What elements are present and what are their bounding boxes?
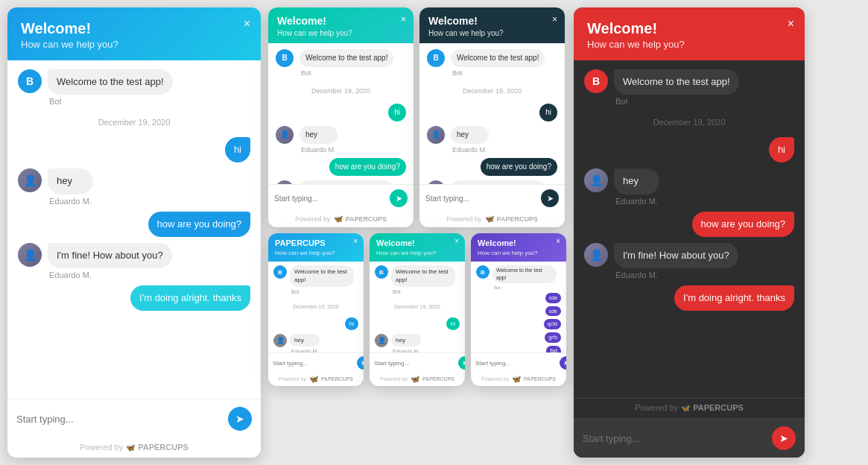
- chat-widget-dark-teal-medium: Welcome! How can we help you? × B Welcom…: [419, 7, 565, 227]
- edu-message-content-2: I'm fine! How about you? Eduardo M.: [48, 243, 172, 279]
- edu-message-content: hey Eduardo M.: [48, 168, 93, 205]
- chat-widget-blue-small: PAPERCUPS How can we help you? × B Welco…: [268, 233, 364, 386]
- chat-widget-green-small: Welcome! How can we help you? × B Welcom…: [370, 233, 465, 386]
- bot-bubble: Welcome to the test app!: [48, 69, 173, 95]
- chat-header: Welcome! How can we help you? ×: [7, 7, 261, 60]
- chat-widget-blue-large: Welcome! How can we help you? × B Welcom…: [7, 7, 261, 458]
- chat-header-dark: Welcome! How can we help you? ×: [574, 7, 805, 60]
- header-subtitle-dark: How can we help you?: [587, 39, 791, 50]
- edu-hey-teal: hey: [300, 126, 338, 144]
- input-area: ➤: [7, 399, 261, 438]
- chat-input-dark-teal[interactable]: [425, 194, 535, 203]
- header-title-teal: Welcome!: [277, 15, 405, 28]
- bot-bubble-teal: Welcome to the test app!: [300, 49, 393, 67]
- input-dark-teal: ➤: [419, 184, 565, 212]
- messages-area: B Welcome to the test app! Bot December …: [7, 60, 261, 399]
- chat-input[interactable]: [16, 414, 222, 425]
- input-area-dark: ➤: [574, 418, 805, 458]
- eduardo-avatar: 👤: [18, 168, 42, 192]
- user-message-content: hi: [225, 137, 250, 162]
- header-subtitle-teal: How can we help you?: [277, 29, 405, 37]
- edu-sender-name-2: Eduardo M.: [48, 271, 172, 279]
- edu-bubble-hey: hey: [48, 168, 93, 194]
- message-row-bot: B Welcome to the test app! Bot: [18, 69, 250, 106]
- header-title: Welcome!: [21, 19, 247, 37]
- powered-by-dark: Powered by PAPERCUPS: [574, 398, 805, 418]
- messages-area-dark-teal: B Welcome to the test app! Bot December …: [419, 43, 565, 184]
- message-row-user-hi: hi: [18, 137, 250, 162]
- bot-bubble-dark: Welcome to the test app!: [614, 69, 739, 95]
- message-row-user-how: how are you doing?: [18, 212, 250, 237]
- papercups-logo: [126, 443, 135, 452]
- send-button[interactable]: ➤: [228, 407, 252, 431]
- chat-input-dark[interactable]: [583, 433, 766, 444]
- send-btn-teal[interactable]: ➤: [390, 189, 408, 207]
- powered-by: Powered by PAPERCUPS: [7, 438, 261, 458]
- edu-avatar-teal: 👤: [276, 126, 294, 144]
- header-subtitle: How can we help you?: [21, 39, 247, 50]
- message-row-user-doing: I'm doing alright. thanks: [18, 285, 250, 311]
- date-teal: December 19, 2020: [276, 87, 406, 95]
- bot-row-teal: B Welcome to the test app! Bot: [276, 49, 406, 77]
- messages-area-teal: B Welcome to the test app! Bot December …: [268, 43, 414, 184]
- bot-name-teal: Bot: [300, 69, 393, 77]
- chat-header-teal: Welcome! How can we help you? ×: [268, 7, 414, 43]
- chat-widget-multi-small: Welcome! How can we help you? × B Welcom…: [471, 233, 566, 386]
- date-divider: December 19, 2020: [18, 118, 250, 127]
- user-how-teal: how are you doing?: [329, 158, 406, 176]
- middle-bottom-row: PAPERCUPS How can we help you? × B Welco…: [268, 233, 566, 386]
- bot-sender-name: Bot: [48, 97, 173, 106]
- close-button[interactable]: ×: [244, 18, 250, 30]
- user-bubble-how: how are you doing?: [148, 212, 250, 237]
- chat-widget-dark: Welcome! How can we help you? × B Welcom…: [574, 7, 805, 458]
- message-row-edu-fine: 👤 I'm fine! How about you? Eduardo M.: [18, 243, 250, 279]
- edu-bubble-fine: I'm fine! How about you?: [48, 243, 172, 268]
- bot-message-content: Welcome to the test app! Bot: [48, 69, 173, 106]
- middle-section: Welcome! How can we help you? × B Welcom…: [268, 7, 566, 458]
- messages-area-dark: B Welcome to the test app! Bot December …: [574, 60, 805, 398]
- input-area-teal: ➤: [268, 184, 414, 212]
- header-title-dark-teal: Welcome!: [428, 15, 556, 28]
- user-bubble-hi: hi: [225, 137, 250, 162]
- user-message-content-2: how are you doing?: [148, 212, 250, 237]
- bot-row-dark: B Welcome to the test app! Bot: [584, 69, 794, 106]
- bot-avatar-dark: B: [584, 69, 608, 93]
- user-bubble-doing: I'm doing alright. thanks: [130, 285, 250, 311]
- middle-top-row: Welcome! How can we help you? × B Welcom…: [268, 7, 566, 227]
- send-button-dark[interactable]: ➤: [772, 426, 796, 450]
- chat-input-teal[interactable]: [274, 194, 384, 203]
- user-message-content-3: I'm doing alright. thanks: [130, 285, 250, 311]
- powered-by-teal: Powered by PAPERCUPS: [268, 212, 414, 227]
- eduardo-avatar-2: 👤: [18, 243, 42, 267]
- close-button-dark-teal[interactable]: ×: [552, 15, 557, 24]
- message-row-edu-hey: 👤 hey Eduardo M.: [18, 168, 250, 205]
- close-button-dark[interactable]: ×: [788, 18, 794, 30]
- bot-name-dark: Bot: [614, 97, 739, 106]
- bot-avatar-teal: B: [276, 49, 294, 67]
- bot-avatar: B: [18, 69, 42, 93]
- header-subtitle-dark-teal: How can we help you?: [428, 29, 556, 37]
- send-btn-dark-teal[interactable]: ➤: [541, 189, 559, 207]
- header-title-dark: Welcome!: [587, 19, 791, 37]
- chat-header-dark-teal: Welcome! How can we help you? ×: [419, 7, 565, 43]
- chat-widget-teal-medium: Welcome! How can we help you? × B Welcom…: [268, 7, 414, 227]
- close-button-teal[interactable]: ×: [401, 15, 406, 24]
- edu-sender-name: Eduardo M.: [48, 197, 93, 206]
- user-hi-teal: hi: [388, 104, 406, 121]
